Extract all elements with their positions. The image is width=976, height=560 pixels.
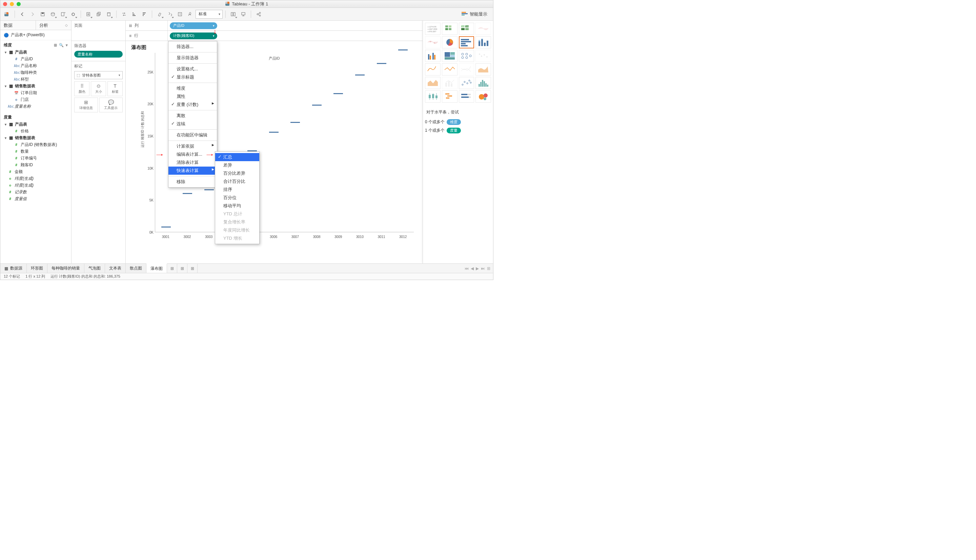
tab-list-icon[interactable]: ⊞ xyxy=(487,266,490,271)
menu-item[interactable]: 在功能区中编辑 xyxy=(169,131,217,139)
data-mark[interactable] xyxy=(355,75,364,75)
datasource-row[interactable]: 🔵 产品表+ (PowerBI) xyxy=(0,30,71,40)
data-mark[interactable] xyxy=(204,189,214,190)
presentation-button[interactable] xyxy=(239,10,248,19)
field-group[interactable]: ▾▦ 产品表 xyxy=(0,121,71,128)
window-close-button[interactable] xyxy=(3,2,7,6)
sm-histogram[interactable] xyxy=(475,77,491,89)
field-item[interactable]: ⊕纬度(生成) xyxy=(0,175,71,182)
sm-text-table[interactable]: ≡ 1274 678≡ 2427 2559≡ 976 2207 xyxy=(425,23,441,35)
row-pill-count-customerid[interactable]: 计数(顾客ID)▾ xyxy=(170,33,217,39)
field-item[interactable]: #数量 xyxy=(0,148,71,155)
data-mark[interactable] xyxy=(377,63,386,64)
field-group[interactable]: ▾▦ 产品表 xyxy=(0,49,71,55)
columns-shelf[interactable]: 产品ID▾ xyxy=(168,22,423,29)
column-pill-product-id[interactable]: 产品ID▾ xyxy=(170,22,217,29)
menu-icon[interactable]: ▾ xyxy=(66,43,68,47)
sheet-tab[interactable]: 散点图 xyxy=(126,264,146,273)
sm-treemap[interactable] xyxy=(442,50,458,62)
field-item[interactable]: #记录数 xyxy=(0,188,71,195)
field-item[interactable]: Abc咖啡种类 xyxy=(0,69,71,76)
data-mark[interactable] xyxy=(269,132,279,133)
data-mark[interactable] xyxy=(333,93,343,94)
menu-item[interactable]: 属性 xyxy=(169,92,217,100)
field-item[interactable]: #价格 xyxy=(0,128,71,134)
menu-item[interactable]: 快速表计算 xyxy=(169,167,217,175)
sheet-tab[interactable]: 每种咖啡的销量 xyxy=(47,264,84,273)
sm-area-discrete[interactable] xyxy=(425,77,441,89)
swap-button[interactable] xyxy=(119,10,129,19)
group-button[interactable] xyxy=(165,10,174,19)
search-icon[interactable]: 🔍 xyxy=(59,43,64,47)
sort-asc-button[interactable] xyxy=(129,10,139,19)
pin-button[interactable] xyxy=(186,10,195,19)
field-item[interactable]: #度量值 xyxy=(0,195,71,202)
menu-item[interactable]: 百分比差异 xyxy=(215,169,259,177)
window-zoom-button[interactable] xyxy=(17,2,21,6)
menu-item[interactable]: 筛选器... xyxy=(169,43,217,51)
data-mark[interactable] xyxy=(161,227,171,228)
sm-packed-bubble[interactable] xyxy=(475,90,491,103)
sm-dual-combo[interactable] xyxy=(442,77,458,89)
marks-size[interactable]: ⊙大小 xyxy=(91,81,106,96)
menu-item[interactable]: 度量 (计数) xyxy=(169,100,217,109)
view-toggle-icon[interactable]: ⊞ xyxy=(54,43,57,47)
menu-item[interactable]: 显示标题 xyxy=(169,73,217,81)
menu-item[interactable]: 维度 xyxy=(169,84,217,92)
duplicate-button[interactable] xyxy=(94,10,104,19)
field-item[interactable]: #产品ID (销售数据表) xyxy=(0,141,71,148)
sm-side-by-side-circle[interactable] xyxy=(475,50,491,62)
text-label-button[interactable]: T xyxy=(175,10,185,19)
menu-item[interactable]: 移动平均 xyxy=(215,202,259,210)
marks-type-select[interactable]: ⬚ 甘特条形图 xyxy=(74,71,123,79)
field-group[interactable]: ▾▦ 销售数据表 xyxy=(0,134,71,141)
data-mark[interactable] xyxy=(312,105,322,106)
sm-heat-map[interactable] xyxy=(442,23,458,35)
tab-datasource[interactable]: ▦ 数据源 xyxy=(0,264,27,273)
field-item[interactable]: 📅订单日期 xyxy=(0,89,71,96)
menu-item[interactable]: 差异 xyxy=(215,161,259,169)
sheet-tab[interactable]: 气泡图 xyxy=(84,264,105,273)
sm-line-discrete[interactable] xyxy=(442,63,458,75)
sm-filled-map[interactable] xyxy=(425,36,441,48)
field-item[interactable]: Abc度量名称 xyxy=(0,103,71,110)
new-worksheet-tab[interactable]: ⊞ xyxy=(167,264,177,273)
menu-item[interactable]: 清除表计算 xyxy=(169,158,217,167)
field-item[interactable]: Abc产品名称 xyxy=(0,62,71,69)
marks-detail[interactable]: ⊞详细信息 xyxy=(74,98,98,112)
window-minimize-button[interactable] xyxy=(10,2,14,6)
sort-desc-button[interactable] xyxy=(140,10,149,19)
menu-item[interactable]: 显示筛选器 xyxy=(169,54,217,62)
sm-horizontal-bar[interactable] xyxy=(459,36,475,48)
tableau-home-button[interactable] xyxy=(2,10,12,19)
sm-scatter[interactable] xyxy=(459,77,475,89)
sm-box-plot[interactable] xyxy=(425,90,441,103)
sheet-tab[interactable]: 瀑布图 xyxy=(146,263,167,273)
field-item[interactable]: ⊕门店 xyxy=(0,96,71,103)
menu-item[interactable]: 合计百分比 xyxy=(215,177,259,185)
rows-shelf[interactable]: 计数(顾客ID)▾ xyxy=(168,33,423,39)
show-cards-button[interactable] xyxy=(228,10,238,19)
sheet-tab[interactable]: 文本表 xyxy=(105,264,126,273)
fit-select[interactable]: 标准 xyxy=(196,10,223,18)
field-item[interactable]: #金额 xyxy=(0,168,71,175)
field-group[interactable]: ▾▦ 销售数据表 xyxy=(0,83,71,89)
tab-data[interactable]: 数据 xyxy=(0,21,36,30)
new-worksheet-button[interactable]: + xyxy=(58,10,68,19)
menu-item[interactable]: 百分位 xyxy=(215,194,259,202)
tab-analytics[interactable]: 分析◇ xyxy=(36,21,71,30)
marks-label[interactable]: T标签 xyxy=(107,81,123,96)
field-item[interactable]: #订单编号 xyxy=(0,155,71,162)
menu-item[interactable]: 汇总 xyxy=(215,153,259,161)
data-mark[interactable] xyxy=(183,193,192,194)
field-item[interactable]: ⊕经度(生成) xyxy=(0,182,71,188)
sm-bullet[interactable] xyxy=(459,90,475,103)
sm-gantt[interactable] xyxy=(442,90,458,103)
menu-item[interactable]: 计算依据 xyxy=(169,142,217,150)
new-story-tab[interactable]: ⊞ xyxy=(187,264,197,273)
clear-button[interactable] xyxy=(104,10,114,19)
menu-item[interactable]: 编辑表计算... xyxy=(169,150,217,158)
sm-highlight-table[interactable]: 24255340 xyxy=(459,23,475,35)
sm-dual-line[interactable] xyxy=(459,63,475,75)
sm-stacked-bar[interactable] xyxy=(475,36,491,48)
